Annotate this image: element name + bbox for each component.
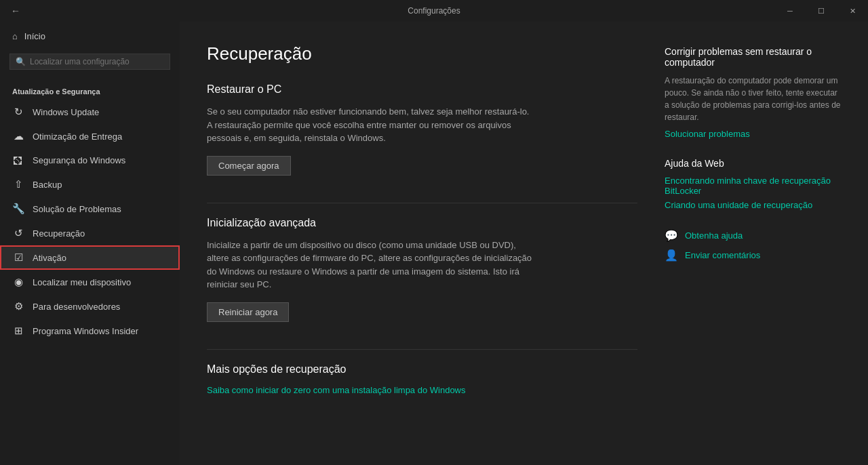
sidebar-home[interactable]: ⌂ Início — [0, 22, 180, 51]
sidebar-item-label: Localizar meu dispositivo — [33, 277, 131, 287]
window-controls: ─ ☐ ✕ — [774, 0, 868, 22]
backup-icon: ⇧ — [12, 178, 24, 190]
sidebar-item-label: Recuperação — [33, 228, 85, 239]
otimizacao-icon: ☁ — [12, 130, 24, 142]
titlebar-title: Configurações — [408, 6, 460, 16]
restore-section-title: Restaurar o PC — [207, 83, 637, 96]
help-item-obtenha: 💬 Obtenha ajuda — [665, 229, 841, 242]
titlebar: ← Configurações ─ ☐ ✕ — [0, 0, 868, 22]
search-input[interactable] — [30, 57, 164, 66]
clean-install-link[interactable]: Saiba como iniciar do zero com uma insta… — [207, 385, 466, 395]
advanced-section-desc: Inicialize a partir de um dispositivo ou… — [207, 239, 532, 291]
sidebar: ⌂ Início 🔍 Atualização e Segurança ↻ Win… — [0, 22, 180, 465]
sidebar-section-label: Atualização e Segurança — [0, 82, 180, 100]
help-item-feedback: 👤 Enviar comentários — [665, 249, 841, 262]
sidebar-item-windows-update[interactable]: ↻ Windows Update — [0, 100, 180, 124]
feedback-icon: 👤 — [665, 249, 678, 262]
insider-icon: ⊞ — [12, 325, 24, 337]
sidebar-item-label: Ativação — [33, 253, 66, 263]
section-divider-2 — [207, 349, 637, 350]
localizar-icon: ◉ — [12, 276, 24, 288]
content-right: Corrigir problemas sem restaurar o compu… — [665, 43, 841, 443]
fix-description: A restauração do computador pode demorar… — [665, 75, 841, 123]
home-icon: ⌂ — [12, 31, 18, 41]
desenvolvedores-icon: ⚙ — [12, 300, 24, 312]
recovery-drive-link[interactable]: Criando uma unidade de recuperação — [665, 200, 841, 210]
windows-update-icon: ↻ — [12, 106, 24, 118]
section-divider-1 — [207, 203, 637, 203]
comecar-agora-button[interactable]: Começar agora — [207, 156, 291, 176]
seguranca-icon: ⛞ — [12, 155, 24, 166]
sidebar-item-otimizacao[interactable]: ☁ Otimização de Entrega — [0, 124, 180, 148]
solucao-icon: 🔧 — [12, 203, 24, 215]
bitlocker-link[interactable]: Encontrando minha chave de recuperação B… — [665, 176, 841, 196]
sidebar-item-label: Para desenvolvedores — [33, 302, 120, 312]
close-button[interactable]: ✕ — [837, 0, 868, 22]
sidebar-item-insider[interactable]: ⊞ Programa Windows Insider — [0, 319, 180, 343]
search-icon: 🔍 — [16, 57, 26, 66]
sidebar-item-localizar[interactable]: ◉ Localizar meu dispositivo — [0, 270, 180, 294]
enviar-comentarios-link[interactable]: Enviar comentários — [685, 250, 760, 260]
sidebar-item-label: Windows Update — [33, 107, 99, 117]
sidebar-item-desenvolvedores[interactable]: ⚙ Para desenvolvedores — [0, 294, 180, 319]
help-icon: 💬 — [665, 229, 678, 242]
back-button[interactable]: ← — [8, 3, 23, 19]
reiniciar-agora-button[interactable]: Reiniciar agora — [207, 302, 289, 322]
content-left: Recuperação Restaurar o PC Se o seu comp… — [207, 43, 637, 443]
obtenha-ajuda-link[interactable]: Obtenha ajuda — [685, 230, 743, 241]
ativacao-icon: ☑ — [12, 251, 24, 264]
more-section-title: Mais opções de recuperação — [207, 363, 637, 376]
web-help-title: Ajuda da Web — [665, 158, 841, 169]
sidebar-item-label: Backup — [33, 180, 62, 190]
fix-title: Corrigir problemas sem restaurar o compu… — [665, 46, 841, 68]
app-body: ⌂ Início 🔍 Atualização e Segurança ↻ Win… — [0, 22, 868, 465]
sidebar-item-label: Segurança do Windows — [33, 155, 125, 165]
sidebar-item-recuperacao[interactable]: ↺ Recuperação — [0, 221, 180, 245]
sidebar-item-label: Otimização de Entrega — [33, 132, 122, 142]
right-gap: Ajuda da Web Encontrando minha chave de … — [665, 158, 841, 210]
page-title: Recuperação — [207, 43, 637, 64]
sidebar-item-label: Solução de Problemas — [33, 204, 121, 214]
sidebar-item-solucao[interactable]: 🔧 Solução de Problemas — [0, 197, 180, 221]
main-content: Recuperação Restaurar o PC Se o seu comp… — [180, 22, 868, 465]
sidebar-item-label: Programa Windows Insider — [33, 326, 138, 336]
search-container: 🔍 — [9, 54, 170, 70]
help-section: 💬 Obtenha ajuda 👤 Enviar comentários — [665, 229, 841, 262]
solucionar-link[interactable]: Solucionar problemas — [665, 129, 841, 139]
restore-section-desc: Se o seu computador não estiver funciona… — [207, 105, 532, 145]
maximize-button[interactable]: ☐ — [806, 0, 837, 22]
sidebar-item-seguranca[interactable]: ⛞ Segurança do Windows — [0, 148, 180, 172]
minimize-button[interactable]: ─ — [774, 0, 806, 22]
sidebar-home-label: Início — [24, 31, 45, 41]
sidebar-item-backup[interactable]: ⇧ Backup — [0, 172, 180, 197]
recuperacao-icon: ↺ — [12, 227, 24, 239]
advanced-section-title: Inicialização avançada — [207, 217, 637, 229]
sidebar-item-ativacao[interactable]: ☑ Ativação — [0, 245, 180, 270]
